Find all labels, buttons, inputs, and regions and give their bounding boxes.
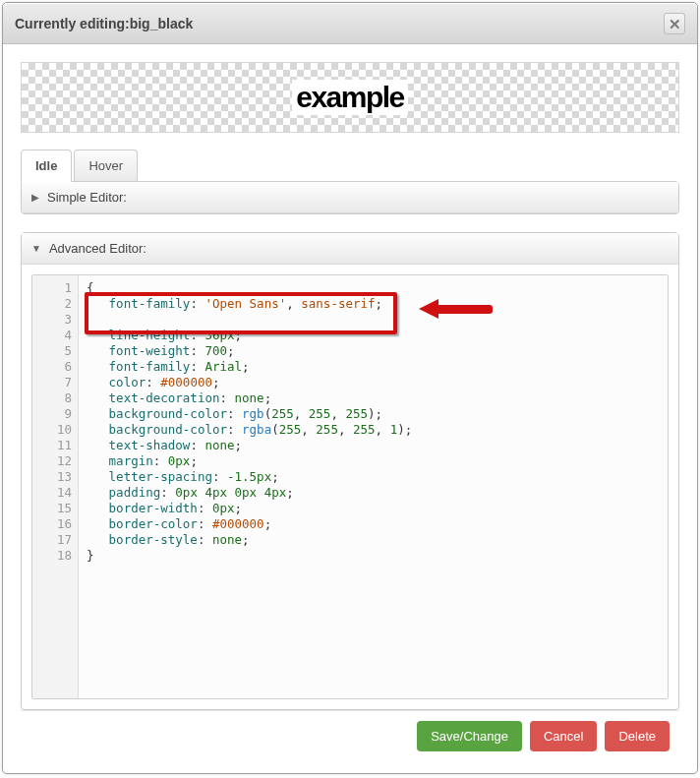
delete-button[interactable]: Delete (605, 721, 670, 751)
delete-button-label: Delete (618, 729, 656, 744)
preview-area: example (21, 62, 679, 133)
advanced-editor-body: 1 2 3 4 5 6 7 8 9 10 11 12 13 14 15 16 1… (22, 265, 678, 709)
tab-hover[interactable]: Hover (74, 150, 138, 181)
tab-idle-label: Idle (35, 158, 57, 173)
close-button[interactable]: ✕ (664, 13, 685, 34)
tab-hover-label: Hover (88, 158, 123, 173)
dialog-title-target: big_black (130, 16, 194, 31)
expand-right-icon: ▶ (31, 192, 39, 203)
expand-down-icon: ▼ (31, 243, 41, 254)
save-button-label: Save/Change (431, 729, 508, 744)
advanced-editor-header[interactable]: ▼ Advanced Editor: (22, 233, 678, 265)
code-content[interactable]: { font-family: 'Open Sans', sans-serif; … (79, 275, 668, 698)
dialog-footer: Save/Change Cancel Delete (21, 710, 679, 761)
advanced-editor-panel: ▼ Advanced Editor: 1 2 3 4 5 6 7 8 9 10 … (21, 232, 679, 710)
close-icon: ✕ (669, 17, 681, 31)
code-editor[interactable]: 1 2 3 4 5 6 7 8 9 10 11 12 13 14 15 16 1… (31, 274, 669, 699)
simple-editor-panel: ▶ Simple Editor: (21, 181, 679, 214)
cancel-button[interactable]: Cancel (530, 721, 597, 751)
spacer (21, 214, 679, 232)
editor-dialog: Currently editing: big_black ✕ example I… (2, 2, 698, 774)
line-gutter: 1 2 3 4 5 6 7 8 9 10 11 12 13 14 15 16 1… (32, 275, 79, 698)
state-tabs: Idle Hover (21, 149, 679, 181)
dialog-title-prefix: Currently editing: (15, 16, 130, 31)
advanced-editor-label: Advanced Editor: (49, 241, 146, 256)
dialog-body: example Idle Hover ▶ Simple Editor: ▼ Ad… (3, 44, 697, 778)
dialog-header: Currently editing: big_black ✕ (3, 3, 697, 44)
preview-text: example (292, 80, 408, 115)
simple-editor-label: Simple Editor: (47, 190, 127, 205)
cancel-button-label: Cancel (544, 729, 583, 744)
tab-idle[interactable]: Idle (21, 150, 72, 182)
simple-editor-header[interactable]: ▶ Simple Editor: (22, 182, 678, 213)
save-button[interactable]: Save/Change (417, 721, 522, 751)
